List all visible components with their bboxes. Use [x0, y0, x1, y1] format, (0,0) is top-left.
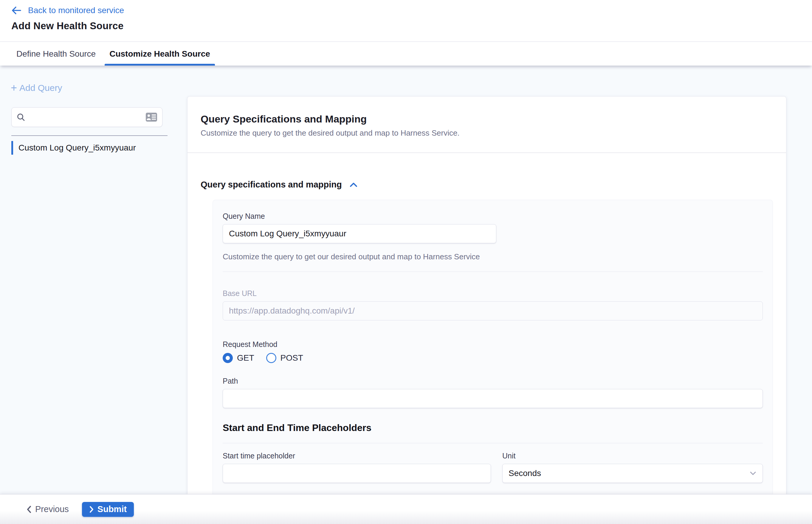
card-header: Query Specifications and Mapping Customi… — [188, 97, 786, 153]
submit-button-label: Submit — [97, 504, 127, 514]
base-url-input — [223, 301, 763, 321]
chevron-right-icon — [89, 506, 94, 513]
back-to-monitored-service[interactable]: Back to monitored service — [11, 5, 812, 16]
query-item-label: Custom Log Query_i5xmyyuaur — [18, 143, 136, 153]
path-label: Path — [223, 377, 763, 386]
time-placeholders-title: Start and End Time Placeholders — [223, 422, 763, 433]
query-form-panel: Query Name Customize the query to get ou… — [213, 200, 773, 494]
add-health-source-page: Back to monitored service Add New Health… — [0, 0, 812, 524]
submit-button[interactable]: Submit — [82, 502, 134, 517]
page-header: Back to monitored service Add New Health… — [0, 0, 812, 42]
search-icon — [16, 113, 25, 121]
query-name-helper: Customize the query to get our desired o… — [223, 252, 763, 261]
radio-post-label: POST — [280, 353, 303, 363]
section-title: Query specifications and mapping — [200, 180, 342, 190]
chevron-up-icon[interactable] — [349, 182, 358, 188]
request-method-label: Request Method — [223, 340, 763, 349]
wizard-footer: Previous Submit — [0, 494, 812, 524]
unit-select-value: Seconds — [508, 469, 541, 478]
query-name-label: Query Name — [223, 212, 763, 220]
query-name-input[interactable] — [223, 224, 496, 243]
time-placeholders-row: Start time placeholder Unit Seconds — [223, 452, 763, 483]
chevron-down-icon — [749, 471, 757, 476]
query-search-input[interactable] — [28, 112, 143, 122]
chevron-left-icon — [26, 505, 32, 513]
card-body: Query specifications and mapping Query N… — [188, 153, 786, 494]
unit-select[interactable]: Seconds — [502, 464, 763, 483]
start-time-input[interactable] — [223, 464, 491, 483]
base-url-label: Base URL — [223, 289, 763, 298]
selected-indicator — [11, 141, 13, 155]
query-search-box[interactable] — [11, 107, 162, 127]
start-time-label: Start time placeholder — [223, 452, 491, 460]
add-query-button[interactable]: + Add Query — [11, 83, 187, 93]
radio-get[interactable] — [223, 353, 233, 363]
query-list-item[interactable]: Custom Log Query_i5xmyyuaur — [0, 140, 187, 155]
card-subtitle: Customize the query to get the desired o… — [200, 129, 773, 138]
previous-button[interactable]: Previous — [26, 504, 69, 514]
content-area: + Add Query — [0, 66, 812, 494]
tab-customize-health-source[interactable]: Customize Health Source — [104, 42, 215, 66]
form-divider — [223, 272, 763, 272]
tab-define-health-source[interactable]: Define Health Source — [16, 42, 96, 66]
path-input[interactable] — [223, 389, 763, 408]
back-link-label[interactable]: Back to monitored service — [28, 6, 124, 15]
radio-get-label: GET — [237, 353, 254, 363]
list-view-icon[interactable] — [145, 112, 157, 122]
query-spec-card: Query Specifications and Mapping Customi… — [187, 96, 786, 494]
unit-field: Unit Seconds — [502, 452, 763, 483]
start-time-field: Start time placeholder — [223, 452, 491, 483]
query-sidebar: + Add Query — [0, 66, 187, 494]
tab-bar: Define Health Source Customize Health So… — [0, 42, 812, 66]
section-header: Query specifications and mapping — [200, 180, 773, 190]
plus-icon: + — [11, 83, 17, 93]
previous-button-label: Previous — [35, 504, 69, 514]
request-method-radio-group: GET POST — [223, 353, 763, 363]
page-title: Add New Health Source — [11, 20, 812, 32]
back-arrow-icon — [11, 6, 21, 15]
radio-post[interactable] — [266, 353, 276, 363]
unit-label: Unit — [502, 452, 763, 460]
sidebar-divider — [11, 135, 167, 136]
time-placeholders-divider — [223, 443, 763, 443]
add-query-label: Add Query — [19, 83, 62, 93]
card-title: Query Specifications and Mapping — [200, 113, 773, 125]
